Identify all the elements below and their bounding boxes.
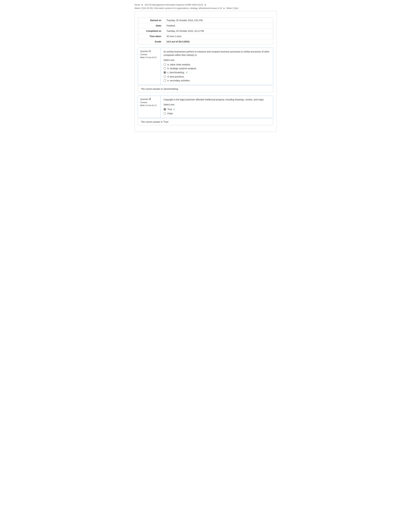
- quiz-result-wrapper: Started on Tuesday, 25 October 2016, 9:5…: [134, 11, 277, 132]
- time-taken-label: Time taken: [138, 34, 164, 39]
- grade-value: 13.0 out of 30.0 (43%): [164, 39, 273, 44]
- question-body-2: Copyright is the legal protection afford…: [161, 96, 273, 118]
- question-number-2: Question 2: [140, 98, 158, 101]
- state-value: Finished: [164, 23, 273, 28]
- time-taken-value: 20 mins 3 secs: [164, 34, 273, 39]
- check-mark-1-c: ✓: [186, 71, 188, 74]
- grade-label: Grade: [138, 39, 164, 44]
- option-1-e: e. secondary activities.: [163, 79, 270, 83]
- summary-row-state: State Finished: [138, 23, 273, 28]
- question-row-2: Question 2CorrectMark 1.0 out of 1.0Copy…: [138, 95, 273, 118]
- summary-row-grade: Grade 13.0 out of 30.0 (43%): [138, 39, 273, 44]
- state-label: State: [138, 23, 164, 28]
- radio-outer-1-b: [163, 67, 166, 70]
- breadcrumb-arrow-1: ►: [141, 4, 143, 6]
- radio-outer-1-c: [163, 71, 166, 74]
- radio-outer-2-false: [163, 112, 166, 115]
- breadcrumb-week[interactable]: Week 2 (Oct 24-30): Information systems …: [134, 7, 222, 9]
- question-section-1: Question 1CorrectMark 2.0 out of 2.0An a…: [138, 48, 273, 92]
- question-sidebar-2: Question 2CorrectMark 1.0 out of 1.0: [138, 96, 161, 118]
- option-text-2-false: False: [167, 112, 173, 115]
- completed-on-value: Tuesday, 25 October 2016, 10:11 PM: [164, 28, 273, 34]
- summary-box: Started on Tuesday, 25 October 2016, 9:5…: [138, 18, 273, 44]
- question-sidebar-1: Question 1CorrectMark 2.0 out of 2.0: [138, 48, 161, 85]
- option-2-true: True✓: [163, 107, 270, 112]
- question-text-2: Copyright is the legal protection afford…: [163, 98, 270, 101]
- radio-inner-2-true: [164, 109, 165, 110]
- option-1-b: b. strategic systems analysis.: [163, 66, 270, 70]
- question-row-1: Question 1CorrectMark 2.0 out of 2.0An a…: [138, 48, 273, 85]
- question-text-1: An activity businesses perform to measur…: [163, 50, 270, 57]
- select-one-label-1: Select one:: [163, 59, 270, 61]
- option-1-a: a. value chain analysis.: [163, 63, 270, 66]
- breadcrumb-quiz[interactable]: Week 2 Quiz: [227, 7, 239, 9]
- option-text-1-e: e. secondary activities.: [167, 79, 190, 82]
- summary-row-completed: Completed on Tuesday, 25 October 2016, 1…: [138, 28, 273, 34]
- question-mark-1: Mark 2.0 out of 2.0: [140, 56, 158, 59]
- option-text-1-b: b. strategic systems analysis.: [167, 67, 197, 70]
- answer-box-2: The correct answer is 'True'.: [138, 118, 273, 125]
- option-text-2-true: True: [167, 108, 172, 111]
- option-2-false: False: [163, 112, 270, 115]
- question-section-2: Question 2CorrectMark 1.0 out of 1.0Copy…: [138, 95, 273, 125]
- breadcrumb: Home ► 201722-Management Information Sys…: [134, 3, 277, 10]
- option-text-1-a: a. value chain analysis.: [167, 63, 191, 66]
- questions-container: Question 1CorrectMark 2.0 out of 2.0An a…: [138, 48, 273, 125]
- question-status-2: Correct: [140, 101, 158, 104]
- radio-inner-1-c: [164, 72, 165, 73]
- option-1-c: c. benchmarking.✓: [163, 70, 270, 75]
- question-mark-2: Mark 1.0 out of 1.0: [140, 104, 158, 106]
- answer-box-1: The correct answer is: benchmarking.: [138, 86, 273, 92]
- option-text-1-d: d. best practices.: [167, 75, 184, 78]
- started-on-value: Tuesday, 25 October 2016, 9:51 PM: [164, 18, 273, 23]
- breadcrumb-course[interactable]: 201722-Management Information Systems-CO…: [145, 4, 203, 6]
- breadcrumb-arrow-3: ►: [223, 7, 225, 9]
- select-one-label-2: Select one:: [163, 103, 270, 106]
- option-list-2: True✓False: [163, 107, 270, 115]
- summary-table: Started on Tuesday, 25 October 2016, 9:5…: [138, 18, 273, 44]
- check-mark-2-true: ✓: [173, 108, 175, 111]
- summary-row-time: Time taken 20 mins 3 secs: [138, 34, 273, 39]
- radio-outer-1-d: [163, 75, 166, 78]
- breadcrumb-arrow-2: ►: [204, 4, 206, 6]
- summary-row-started: Started on Tuesday, 25 October 2016, 9:5…: [138, 18, 273, 23]
- completed-on-label: Completed on: [138, 28, 164, 34]
- option-text-1-c: c. benchmarking.: [167, 71, 185, 74]
- question-body-1: An activity businesses perform to measur…: [161, 48, 273, 85]
- option-1-d: d. best practices.: [163, 75, 270, 79]
- started-on-label: Started on: [138, 18, 164, 23]
- question-number-1: Question 1: [140, 50, 158, 53]
- radio-outer-2-true: [163, 108, 166, 111]
- question-status-1: Correct: [140, 53, 158, 56]
- radio-outer-1-a: [163, 63, 166, 66]
- radio-outer-1-e: [163, 79, 166, 82]
- breadcrumb-home[interactable]: Home: [134, 4, 140, 6]
- option-list-1: a. value chain analysis.b. strategic sys…: [163, 63, 270, 83]
